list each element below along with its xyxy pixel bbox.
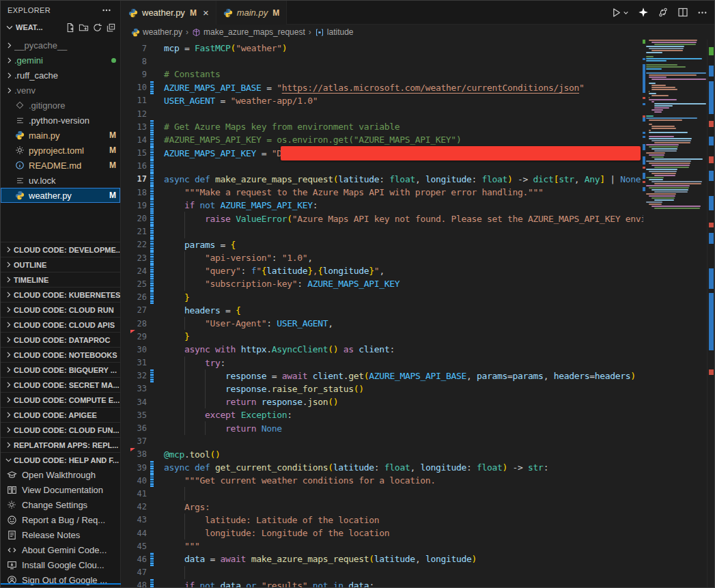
code-line-45[interactable]: 45 """ (122, 540, 643, 552)
code-line-32[interactable]: 32 response = await client.get(AZURE_MAP… (122, 369, 643, 382)
line-number[interactable]: 21 (122, 227, 147, 236)
line-number[interactable]: 11 (122, 96, 147, 105)
new-folder-button[interactable] (76, 20, 90, 34)
code-line-23[interactable]: 23 "api-version": "1.0", (122, 251, 643, 264)
new-file-button[interactable] (63, 20, 76, 34)
line-number[interactable]: 32 (122, 371, 147, 380)
code-line-26[interactable]: 26 } (122, 291, 643, 304)
line-number[interactable]: 39 (122, 463, 147, 473)
line-number[interactable]: 12 (122, 109, 147, 119)
help-item-install-google-clou-[interactable]: Install Google Clou... (1, 557, 120, 572)
help-item-release-notes[interactable]: Release Notes (1, 527, 120, 542)
code-line-30[interactable]: 30 async with httpx.AsyncClient() as cli… (122, 343, 643, 356)
help-item-sign-out-of-google-[interactable]: Sign Out of Google ... (1, 572, 120, 587)
help-item-open-walkthrough[interactable]: Open Walkthrough (1, 467, 120, 482)
section-outline[interactable]: OUTLINE (1, 257, 120, 272)
tree-item-main-py[interactable]: main.pyM (1, 128, 120, 143)
line-number[interactable]: 26 (122, 292, 147, 302)
code-line-9[interactable]: 9# Constants (122, 68, 643, 81)
code-line-40[interactable]: 40 """Get current weather conditions for… (122, 474, 643, 487)
code-line-17[interactable]: 17async def make_azure_maps_request(lati… (122, 173, 643, 186)
line-number[interactable]: 45 (122, 542, 147, 551)
code-line-16[interactable]: 16 (122, 160, 643, 173)
code-line-42[interactable]: 42 Args: (122, 501, 643, 514)
tree-item--pycache-[interactable]: __pycache__ (1, 38, 120, 53)
help-item-report-a-bug-req-[interactable]: Report a Bug / Req... (1, 512, 120, 527)
code-line-31[interactable]: 31 try: (122, 356, 643, 369)
code-line-29[interactable]: 29 } (122, 330, 643, 343)
overview-ruler[interactable] (707, 40, 714, 587)
section-cloud-code-kubernetes[interactable]: CLOUD CODE: KUBERNETES (1, 287, 120, 302)
line-number[interactable]: 40 (122, 476, 147, 486)
code-line-20[interactable]: 20 raise ValueError("Azure Maps API key … (122, 212, 643, 225)
more-actions-button[interactable] (697, 8, 707, 18)
tree-item--python-version[interactable]: .python-version (1, 113, 120, 128)
line-number[interactable]: 36 (122, 423, 147, 433)
section-cloud-code-help[interactable]: CLOUD CODE: HELP AND F... (1, 452, 120, 467)
line-number[interactable]: 46 (122, 555, 147, 564)
section-cloud-code-developme-[interactable]: CLOUD CODE: DEVELOPME... (1, 242, 120, 257)
code-line-21[interactable]: 21 (122, 225, 643, 238)
tab-weather-py[interactable]: weather.py M × (122, 1, 216, 25)
line-number[interactable]: 17 (122, 174, 147, 184)
code-line-13[interactable]: 13# Get Azure Maps key from environment … (122, 120, 643, 133)
code-line-39[interactable]: 39async def get_current_conditions(latit… (122, 461, 643, 474)
breadcrumb-symbol[interactable]: make_azure_maps_request (192, 27, 305, 37)
code-line-33[interactable]: 33 response.raise_for_status() (122, 382, 643, 395)
line-number[interactable]: 19 (122, 201, 147, 210)
tab-main-py[interactable]: main.py M (216, 1, 288, 25)
explorer-more-button[interactable] (100, 3, 113, 17)
code-line-43[interactable]: 43 latitude: Latitude of the location (122, 514, 643, 527)
code-line-7[interactable]: 7mcp = FastMCP("weather") (122, 42, 643, 55)
code-line-11[interactable]: 11USER_AGENT = "weather-app/1.0" (122, 94, 643, 107)
line-number[interactable]: 48 (122, 580, 147, 587)
tree-item--gemini[interactable]: .gemini (1, 53, 120, 68)
code-line-36[interactable]: 36 return None (122, 421, 643, 434)
section-replatform-apps-repl-[interactable]: REPLATFORM APPS: REPL... (1, 437, 120, 452)
open-changes-button[interactable] (658, 7, 669, 18)
line-number[interactable]: 20 (122, 214, 147, 223)
line-number[interactable]: 44 (122, 529, 147, 538)
line-number[interactable]: 9 (122, 70, 147, 79)
line-number[interactable]: 33 (122, 384, 147, 393)
line-number[interactable]: 10 (122, 83, 147, 92)
split-editor-button[interactable] (677, 7, 688, 18)
section-cloud-code-cloud-run[interactable]: CLOUD CODE: CLOUD RUN (1, 302, 120, 317)
section-cloud-code-secret-ma-[interactable]: CLOUD CODE: SECRET MA... (1, 377, 120, 392)
line-number[interactable]: 27 (122, 305, 147, 315)
code-line-48[interactable]: 48 if not data or "results" not in data: (122, 579, 643, 587)
line-number[interactable]: 23 (122, 253, 147, 263)
line-number[interactable]: 25 (122, 279, 147, 289)
tree-item-readme-md[interactable]: README.mdM (1, 158, 120, 173)
code-line-47[interactable]: 47 (122, 566, 643, 579)
section-cloud-code-cloud-apis[interactable]: CLOUD CODE: CLOUD APIS (1, 317, 120, 332)
code-area[interactable]: 7mcp = FastMCP("weather")89# Constants10… (122, 42, 643, 587)
line-number[interactable]: 24 (122, 266, 147, 276)
tree-item-weather-py[interactable]: weather.pyM (1, 188, 120, 203)
code-line-44[interactable]: 44 longitude: Longitude of the location (122, 527, 643, 540)
collapse-folders-button[interactable] (104, 20, 117, 34)
code-line-10[interactable]: 10AZURE_MAPS_API_BASE = "https://atlas.m… (122, 81, 643, 94)
code-line-22[interactable]: 22 params = { (122, 238, 643, 251)
line-number[interactable]: 37 (122, 436, 147, 446)
help-item-view-documentation[interactable]: View Documentation (1, 482, 120, 497)
line-number[interactable]: 30 (122, 345, 147, 354)
line-number[interactable]: 35 (122, 410, 147, 420)
section-cloud-code-compute-e-[interactable]: CLOUD CODE: COMPUTE E... (1, 392, 120, 407)
section-cloud-code-bigquery-[interactable]: CLOUD CODE: BIGQUERY ... (1, 362, 120, 377)
section-timeline[interactable]: TIMELINE (1, 272, 120, 287)
gemini-sparkle-button[interactable] (638, 7, 649, 18)
line-number[interactable]: 34 (122, 397, 147, 407)
code-line-28[interactable]: 28 "User-Agent": USER_AGENT, (122, 317, 643, 330)
line-number[interactable]: 14 (122, 135, 147, 145)
line-number[interactable]: 8 (122, 57, 147, 66)
line-number[interactable]: 15 (122, 148, 147, 158)
section-cloud-code-dataproc[interactable]: CLOUD CODE: DATAPROC (1, 332, 120, 347)
code-line-24[interactable]: 24 "query": f"{latitude},{longitude}", (122, 264, 643, 277)
line-number[interactable]: 41 (122, 489, 147, 499)
code-line-18[interactable]: 18 """Make a request to the Azure Maps A… (122, 186, 643, 199)
line-number[interactable]: 13 (122, 122, 147, 132)
line-number[interactable]: 31 (122, 358, 147, 367)
help-item-about-gemini-code-[interactable]: About Gemini Code... (1, 542, 120, 557)
code-line-34[interactable]: 34 return response.json() (122, 395, 643, 408)
